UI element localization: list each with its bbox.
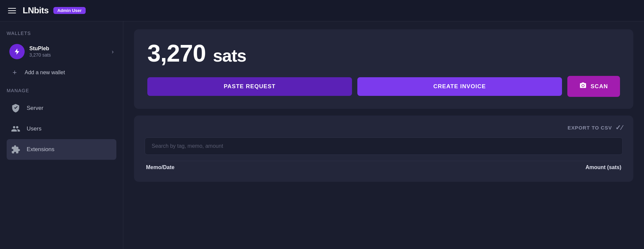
- server-icon: [10, 103, 21, 114]
- chevron-right-icon: ›: [112, 48, 114, 55]
- extensions-icon: [10, 144, 21, 155]
- balance-unit: sats: [208, 46, 246, 65]
- sidebar: Wallets StuPleb 3,270 sats › + Add a new…: [0, 21, 123, 249]
- transactions-header: EXPORT TO CSV ✓⁄: [145, 124, 623, 131]
- wallets-section-label: Wallets: [7, 31, 116, 36]
- sidebar-item-extensions[interactable]: Extensions: [7, 139, 116, 160]
- memo-date-column-header: Memo/Date: [146, 164, 174, 170]
- extensions-label: Extensions: [27, 146, 54, 153]
- chart-icon: ✓⁄: [615, 124, 623, 131]
- manage-section-label: Manage: [7, 88, 116, 93]
- amount-column-header: Amount (sats): [585, 164, 621, 170]
- add-wallet-button[interactable]: + Add a new wallet: [7, 64, 116, 81]
- balance-card: 3,270 sats PASTE REQUEST CREATE INVOICE …: [134, 29, 633, 109]
- add-wallet-label: Add a new wallet: [25, 70, 65, 76]
- menu-icon[interactable]: [8, 8, 16, 13]
- transactions-card: EXPORT TO CSV ✓⁄ Memo/Date Amount (sats): [134, 116, 633, 182]
- sidebar-item-users[interactable]: Users: [7, 119, 116, 139]
- plus-icon: +: [9, 67, 20, 78]
- main-content: 3,270 sats PASTE REQUEST CREATE INVOICE …: [123, 21, 644, 249]
- export-csv-button[interactable]: EXPORT TO CSV ✓⁄: [568, 124, 623, 131]
- create-invoice-button[interactable]: CREATE INVOICE: [357, 77, 562, 96]
- lightning-icon: [13, 48, 21, 55]
- users-icon: [10, 123, 21, 134]
- search-input[interactable]: [145, 137, 623, 155]
- server-label: Server: [27, 105, 43, 112]
- balance-actions: PASTE REQUEST CREATE INVOICE SCAN: [147, 76, 620, 97]
- export-csv-label: EXPORT TO CSV: [568, 125, 612, 130]
- wallet-info: StuPleb 3,270 sats: [29, 46, 107, 58]
- users-label: Users: [27, 125, 41, 132]
- wallet-item-stupleb[interactable]: StuPleb 3,270 sats ›: [7, 41, 116, 63]
- sidebar-item-server[interactable]: Server: [7, 98, 116, 119]
- wallet-name: StuPleb: [29, 46, 107, 52]
- paste-request-button[interactable]: PASTE REQUEST: [147, 77, 352, 96]
- balance-amount-value: 3,270: [147, 40, 206, 67]
- wallet-balance: 3,270 sats: [29, 52, 107, 58]
- app-logo: LNbits: [23, 5, 49, 16]
- scan-button[interactable]: SCAN: [567, 76, 620, 97]
- balance-display: 3,270 sats: [147, 41, 620, 65]
- main-layout: Wallets StuPleb 3,270 sats › + Add a new…: [0, 21, 644, 249]
- admin-badge: Admin User: [53, 7, 86, 14]
- table-header: Memo/Date Amount (sats): [145, 161, 623, 174]
- camera-icon: [579, 82, 587, 91]
- navbar: LNbits Admin User: [0, 0, 644, 21]
- wallet-avatar: [9, 44, 25, 59]
- scan-label: SCAN: [591, 83, 608, 90]
